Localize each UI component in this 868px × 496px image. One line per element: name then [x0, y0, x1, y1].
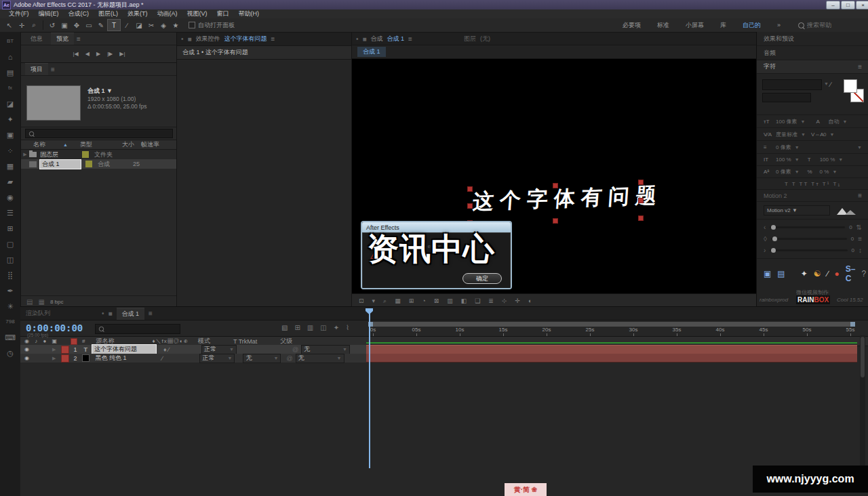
column-number[interactable]: #	[82, 338, 85, 344]
selection-handle[interactable]	[467, 203, 473, 209]
selection-handle[interactable]	[638, 215, 644, 221]
column-trkmat[interactable]: T TrkMat	[233, 338, 257, 345]
selection-handle[interactable]	[467, 186, 473, 192]
vertical-scale-value[interactable]: 100 %	[776, 157, 791, 163]
menu-item-window[interactable]: 窗口	[212, 9, 234, 18]
exposure-icon[interactable]: ◐	[528, 297, 532, 304]
resolution-icon[interactable]: ⊹	[502, 297, 507, 304]
menu-item-edit[interactable]: 编辑(E)	[34, 9, 64, 18]
draft-3d-icon[interactable]: ⊞	[294, 324, 300, 331]
dock-icon-keyboard[interactable]: ⌨	[5, 333, 16, 342]
channel-icon[interactable]: ≣	[488, 297, 494, 304]
dock-icon-panel[interactable]: ▤	[7, 68, 14, 77]
column-size[interactable]: 大小	[122, 140, 134, 149]
workspace-standard[interactable]: 标准	[649, 21, 677, 30]
chevron-down-icon[interactable]: ▼	[795, 157, 800, 162]
panel-menu-icon[interactable]: ≡	[149, 310, 153, 317]
tab-project[interactable]: 项目	[25, 63, 48, 75]
workspace-essentials[interactable]: 必要项	[614, 21, 649, 30]
panel-tab-character[interactable]: 字符 ≡	[757, 60, 868, 74]
motion-slider[interactable]	[770, 226, 845, 228]
project-row-comp1[interactable]: 合成 1 合成 25	[21, 159, 177, 169]
camera-tool-icon[interactable]: ▣	[58, 20, 71, 30]
label-swatch[interactable]	[85, 161, 92, 167]
blend-mode-select[interactable]: 正常▼	[201, 345, 237, 354]
canvas-text-layer[interactable]: 这个字体有问题	[472, 181, 664, 216]
layer-label-swatch[interactable]	[61, 354, 69, 363]
script-icon-panel2[interactable]: ▤	[777, 269, 785, 278]
zoom-tool-icon[interactable]: ⌕	[28, 20, 40, 30]
menu-item-file[interactable]: 文件(F)	[4, 9, 34, 18]
expander-icon[interactable]: ▶	[52, 356, 56, 361]
shape-tool-icon[interactable]: ▭	[83, 20, 95, 30]
layer-row-2[interactable]: ◉ ▶ 2 黑色 纯色 1 ∕ 正常▼ 无▼ @ 无▼	[20, 354, 366, 363]
motion-slider[interactable]	[770, 249, 847, 251]
interpret-footage-icon[interactable]: ▤	[26, 298, 33, 306]
trkmat-select[interactable]: 无▼	[243, 354, 281, 363]
maximize-button[interactable]: □	[841, 1, 855, 9]
dock-icon-box[interactable]: ▣	[7, 131, 14, 139]
play-button[interactable]: ▶	[96, 51, 100, 57]
leading-value[interactable]: 自动	[829, 118, 840, 125]
graph-editor-icon[interactable]: ⌇	[346, 324, 349, 331]
tab-layer-label[interactable]: 图层	[464, 35, 476, 43]
dock-icon-film[interactable]: ▰	[7, 178, 13, 186]
dock-icon-home[interactable]: ⌂	[8, 53, 13, 61]
dock-icon-monitor[interactable]: ▢	[7, 240, 14, 248]
timeline-scrollbar[interactable]	[860, 335, 865, 471]
dock-icon-clock[interactable]: ◷	[7, 349, 14, 357]
close-button[interactable]: ×	[856, 1, 868, 9]
dock-icon-star[interactable]: ✳	[7, 302, 13, 310]
font-family-select[interactable]	[762, 79, 822, 90]
tab-composition-label[interactable]: 合成	[371, 35, 383, 43]
chevron-down-icon[interactable]: ▼	[801, 119, 806, 124]
baseline-shift-value[interactable]: 0 像素	[776, 168, 791, 175]
dock-icon-braille[interactable]: ⣿	[7, 271, 13, 279]
dock-icon-fx[interactable]: fx	[8, 84, 12, 92]
item-name[interactable]: 固态层	[40, 150, 82, 159]
show-snapshot-icon[interactable]: ❑	[475, 297, 480, 304]
panel-menu-icon[interactable]: ≡	[858, 63, 862, 70]
composition-canvas[interactable]: 这个字体有问题 After Effects ⚠ ： C:\generic p e…	[352, 59, 757, 293]
panel-tab-motion[interactable]: Motion 2 ≡	[757, 190, 868, 202]
expander-icon[interactable]: ▶	[52, 347, 56, 352]
panel-menu-icon[interactable]: ≡	[77, 35, 81, 43]
layer-switches[interactable]: ♦ ∕	[163, 346, 200, 353]
panel-menu-icon[interactable]: ≡	[51, 66, 55, 73]
minimize-button[interactable]: –	[826, 1, 840, 9]
grid-icon[interactable]: ⊞	[409, 297, 414, 304]
parent-select[interactable]: 无▼	[301, 345, 350, 354]
snapshot-icon[interactable]: ◧	[461, 297, 467, 304]
blend-mode-select[interactable]: 正常▼	[199, 354, 235, 363]
eraser-tool-icon[interactable]: ✂	[145, 20, 157, 30]
script-icon-slash[interactable]: ∕	[827, 269, 829, 278]
pan-behind-tool-icon[interactable]: ✥	[71, 20, 83, 30]
chevron-down-icon[interactable]: ▼	[824, 81, 829, 86]
chevron-down-icon[interactable]: ▼	[801, 132, 806, 137]
horizontal-scale-value[interactable]: 100 %	[820, 157, 835, 163]
dock-icon-spark[interactable]: ✦	[7, 115, 13, 123]
parent-pickwhip-icon[interactable]: @	[292, 346, 298, 353]
steps-icon[interactable]: ↕	[859, 247, 862, 254]
workspace-libraries[interactable]: 库	[712, 21, 734, 30]
tab-composition-name[interactable]: 合成 1	[387, 35, 405, 43]
faux-styles-row[interactable]: T T TT Tᴛ T¹ T₁	[757, 178, 868, 190]
tsume-value[interactable]: 0 %	[820, 169, 829, 175]
menu-item-help[interactable]: 帮助(H)	[234, 9, 264, 18]
safe-margins-icon[interactable]: ▦	[395, 297, 401, 304]
slider-value[interactable]: 0	[852, 247, 854, 253]
motion-blur-icon[interactable]: ✦	[334, 324, 339, 331]
dock-icon-tiles[interactable]: ⊞	[7, 224, 13, 232]
project-bit-depth[interactable]: 8 bpc	[50, 299, 64, 305]
column-name[interactable]: 名称	[33, 140, 45, 149]
zoom-level-control[interactable]: ⊡	[359, 297, 364, 304]
ok-button[interactable]: 确定	[462, 273, 502, 284]
dock-icon-dots[interactable]: ⁘	[7, 146, 13, 154]
tab-timeline-comp1[interactable]: 合成 1	[117, 308, 145, 320]
font-size-value[interactable]: 100 像素	[776, 118, 797, 125]
help-icon[interactable]: ?	[861, 269, 866, 278]
chevron-down-icon[interactable]: ▼	[795, 145, 800, 150]
chevron-down-icon[interactable]: ▼	[843, 119, 848, 124]
zoom-dropdown-icon[interactable]: ▾	[372, 297, 376, 304]
layer-label-swatch[interactable]	[61, 346, 69, 354]
